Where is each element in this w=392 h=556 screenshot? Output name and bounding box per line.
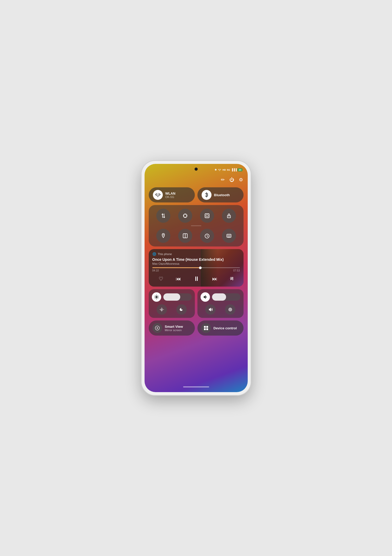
music-player: 🌐 This phone Once Upon A Time (House Ext… [149, 249, 244, 287]
music-progress-bar[interactable] [152, 267, 240, 268]
music-title: Once Upon A Time (House Extended Mix) [152, 257, 240, 262]
svg-rect-1 [205, 214, 209, 218]
smart-view-subtitle: Mirror screen [165, 329, 183, 332]
sliders-row: A [149, 289, 244, 318]
svg-line-19 [155, 295, 155, 296]
top-toolbar: ✏ ⏻ ⚙ [221, 177, 243, 183]
settings-icon[interactable]: ⚙ [239, 177, 243, 183]
music-artist: Max Oazo/Moonessa [152, 262, 240, 265]
wlan-text: WLAN OK-5G [165, 191, 176, 199]
progress-fill [152, 267, 201, 268]
device-control-icon [201, 323, 211, 333]
wlan-icon-circle [153, 190, 163, 200]
volume-icon [201, 292, 210, 302]
grid-divider [191, 225, 201, 226]
lyrics-button[interactable]: 词 [229, 275, 234, 282]
signal-icon: ▐▐▐ [231, 168, 237, 171]
smart-view-text: Smart View Mirror screen [165, 325, 183, 332]
svg-rect-9 [207, 234, 208, 234]
like-button[interactable]: ♡ [158, 275, 164, 283]
smart-view-icon [152, 323, 162, 333]
cast-btn[interactable] [222, 229, 236, 243]
svg-rect-34 [206, 326, 208, 328]
volume-bar[interactable] [212, 293, 240, 301]
bluetooth-title: Bluetooth [214, 193, 230, 197]
lock-btn[interactable] [222, 209, 236, 223]
data-transfer-btn[interactable] [156, 209, 170, 223]
grid-controls [149, 205, 244, 246]
volume-slider-track [201, 292, 240, 302]
device-control-text: Device control [214, 326, 237, 330]
device-control-title: Device control [214, 326, 237, 330]
music-source-row: 🌐 This phone [152, 252, 240, 256]
progress-track[interactable] [152, 267, 240, 268]
split-screen-btn[interactable] [178, 229, 192, 243]
svg-point-5 [163, 234, 164, 236]
bottom-row: Smart View Mirror screen De [149, 320, 244, 336]
ring-btn[interactable] [225, 304, 235, 315]
svg-line-20 [158, 298, 158, 298]
music-times: 04:10 07:53 [152, 269, 240, 272]
svg-line-22 [158, 295, 158, 296]
edit-icon[interactable]: ✏ [221, 177, 225, 183]
music-controls: ♡ ⏮ ⏸ ⏭ 词 [152, 274, 240, 283]
auto-brightness-btn[interactable]: A [157, 304, 167, 315]
smart-view-tile[interactable]: Smart View Mirror screen [149, 320, 195, 336]
music-content: 🌐 This phone Once Upon A Time (House Ext… [149, 249, 244, 287]
svg-text:A: A [161, 309, 162, 311]
phone-device: ✱ HD 5G ▐▐▐ 23 ✏ ⏻ ⚙ [141, 161, 251, 395]
bluetooth-status-icon: ✱ [215, 168, 217, 171]
brightness-sub-row: A [152, 304, 192, 315]
svg-rect-33 [204, 326, 206, 328]
music-time-total: 07:53 [233, 269, 240, 272]
svg-point-31 [230, 309, 231, 310]
location-btn[interactable] [156, 229, 170, 243]
music-time-current: 04:10 [152, 269, 159, 272]
svg-rect-36 [206, 328, 208, 330]
svg-point-4 [228, 216, 229, 217]
screenshot-btn[interactable] [200, 209, 214, 223]
prev-button[interactable]: ⏮ [175, 275, 182, 283]
bluetooth-toggle[interactable]: Bluetooth [197, 187, 244, 202]
volume-card [197, 289, 244, 318]
volume-sub-row [201, 304, 240, 315]
quick-toggles-row: WLAN OK-5G Bluetooth [149, 187, 244, 202]
brightness-bar[interactable] [163, 293, 192, 301]
progress-thumb [199, 267, 202, 269]
brightness-slider-track [152, 292, 192, 302]
volume-fill [212, 293, 226, 301]
power-icon[interactable]: ⏻ [229, 177, 234, 183]
phone-screen: ✱ HD 5G ▐▐▐ 23 ✏ ⏻ ⚙ [145, 164, 248, 392]
wifi-status-icon [218, 168, 221, 171]
timer-btn[interactable] [200, 229, 214, 243]
bluetooth-text: Bluetooth [214, 193, 230, 197]
hd-icon: HD [222, 169, 226, 171]
grid-row-2 [152, 229, 240, 243]
control-panel: WLAN OK-5G Bluetooth [149, 187, 244, 384]
speaker-btn[interactable] [205, 304, 216, 315]
svg-rect-35 [204, 328, 206, 330]
night-mode-btn[interactable] [176, 304, 187, 315]
battery-indicator: 23 [238, 168, 242, 171]
play-pause-button[interactable]: ⏸ [192, 274, 201, 283]
status-bar: ✱ HD 5G ▐▐▐ 23 [215, 168, 242, 171]
bluetooth-icon-circle [202, 190, 211, 200]
brightness-icon [152, 292, 161, 302]
network-icon: 5G [227, 169, 230, 171]
wlan-toggle[interactable]: WLAN OK-5G [149, 187, 195, 202]
svg-line-21 [155, 298, 155, 298]
svg-rect-2 [206, 215, 208, 217]
wlan-title: WLAN [165, 191, 176, 195]
svg-rect-11 [228, 235, 230, 237]
svg-point-14 [155, 296, 158, 298]
smart-view-title: Smart View [165, 325, 183, 329]
brightness-fill [163, 293, 180, 301]
sync-btn[interactable] [178, 209, 192, 223]
home-indicator[interactable] [183, 386, 209, 387]
brightness-card: A [149, 289, 195, 318]
device-control-tile[interactable]: Device control [197, 320, 244, 336]
svg-rect-10 [227, 234, 231, 237]
next-button[interactable]: ⏭ [211, 275, 219, 283]
music-source-label: This phone [158, 252, 172, 256]
front-camera [195, 168, 198, 171]
